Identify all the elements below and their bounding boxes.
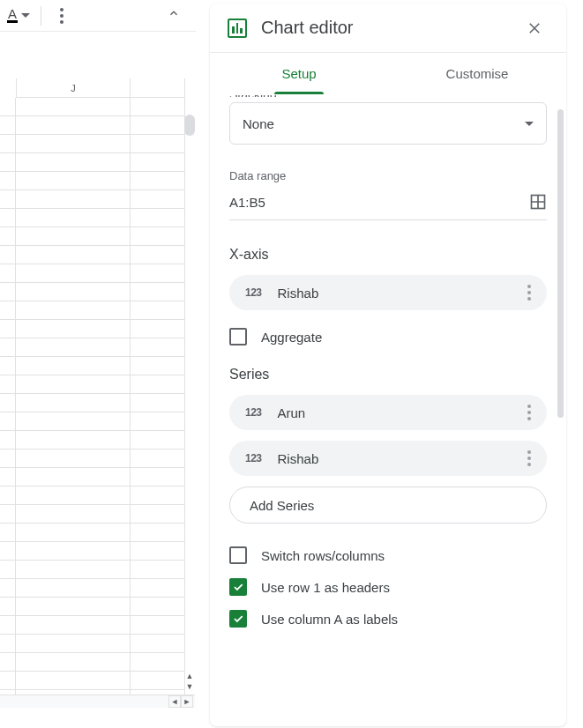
cell[interactable] bbox=[16, 468, 131, 487]
series-chip-0[interactable]: 123 Arun bbox=[229, 395, 547, 430]
cell[interactable] bbox=[16, 246, 131, 264]
cell[interactable] bbox=[0, 394, 16, 412]
cell[interactable] bbox=[131, 468, 185, 487]
cell[interactable] bbox=[16, 635, 131, 653]
cell[interactable] bbox=[131, 116, 185, 135]
cell[interactable] bbox=[0, 116, 16, 135]
data-range-input[interactable] bbox=[229, 195, 529, 210]
cell[interactable] bbox=[131, 542, 185, 561]
cell[interactable] bbox=[16, 301, 131, 320]
cell[interactable] bbox=[16, 672, 131, 690]
select-range-button[interactable] bbox=[529, 193, 547, 211]
cell[interactable] bbox=[0, 135, 16, 153]
cell[interactable] bbox=[0, 449, 16, 468]
tab-customise[interactable]: Customise bbox=[388, 53, 566, 94]
cell[interactable] bbox=[131, 246, 185, 264]
cell[interactable] bbox=[16, 524, 131, 542]
cell[interactable] bbox=[16, 449, 131, 468]
cell[interactable] bbox=[131, 375, 185, 394]
cell[interactable] bbox=[131, 320, 185, 338]
cell[interactable] bbox=[0, 227, 16, 246]
cell[interactable] bbox=[131, 135, 185, 153]
cell[interactable] bbox=[16, 98, 131, 116]
cell[interactable] bbox=[0, 616, 16, 635]
collapse-toolbar-button[interactable] bbox=[168, 7, 180, 23]
cell[interactable] bbox=[16, 357, 131, 375]
cell[interactable] bbox=[16, 431, 131, 449]
cell[interactable] bbox=[131, 449, 185, 468]
scroll-right-button[interactable]: ► bbox=[181, 695, 193, 708]
cell[interactable] bbox=[0, 672, 16, 690]
cell[interactable] bbox=[0, 653, 16, 672]
cell[interactable] bbox=[0, 153, 16, 172]
cell[interactable] bbox=[16, 338, 131, 357]
series-chip-0-menu[interactable] bbox=[520, 405, 538, 420]
cell[interactable] bbox=[131, 431, 185, 449]
stacking-select[interactable]: None bbox=[229, 102, 547, 145]
xaxis-chip-menu[interactable] bbox=[520, 285, 538, 301]
cell[interactable] bbox=[0, 172, 16, 190]
col-header-k[interactable] bbox=[131, 78, 185, 98]
cell[interactable] bbox=[131, 227, 185, 246]
aggregate-checkbox[interactable] bbox=[229, 328, 247, 345]
aggregate-checkbox-row[interactable]: Aggregate bbox=[229, 328, 547, 345]
cell[interactable] bbox=[131, 153, 185, 172]
cell[interactable] bbox=[0, 487, 16, 505]
cell[interactable] bbox=[131, 357, 185, 375]
cell[interactable] bbox=[131, 635, 185, 653]
cell[interactable] bbox=[131, 505, 185, 524]
cell[interactable] bbox=[16, 172, 131, 190]
cell[interactable] bbox=[131, 561, 185, 579]
switch-rows-cols-checkbox[interactable] bbox=[229, 546, 247, 564]
cell[interactable] bbox=[131, 98, 185, 116]
cell[interactable] bbox=[0, 375, 16, 394]
cell[interactable] bbox=[131, 172, 185, 190]
vertical-scrollbar[interactable] bbox=[184, 115, 195, 136]
series-chip-1[interactable]: 123 Rishab bbox=[229, 441, 547, 476]
series-chip-1-menu[interactable] bbox=[520, 450, 538, 466]
add-series-button[interactable]: Add Series bbox=[229, 487, 547, 524]
cell[interactable] bbox=[0, 246, 16, 264]
cell[interactable] bbox=[0, 283, 16, 301]
cell[interactable] bbox=[16, 394, 131, 412]
cell[interactable] bbox=[0, 598, 16, 616]
cell[interactable] bbox=[0, 468, 16, 487]
cell[interactable] bbox=[16, 616, 131, 635]
cell[interactable] bbox=[131, 412, 185, 431]
cell[interactable] bbox=[16, 153, 131, 172]
cell[interactable] bbox=[0, 301, 16, 320]
cell[interactable] bbox=[16, 505, 131, 524]
cell[interactable] bbox=[0, 505, 16, 524]
cell[interactable] bbox=[16, 579, 131, 598]
cell[interactable] bbox=[16, 209, 131, 227]
col-a-labels-checkbox[interactable] bbox=[229, 610, 247, 628]
cell[interactable] bbox=[131, 616, 185, 635]
col-a-labels-row[interactable]: Use column A as labels bbox=[229, 610, 547, 628]
cell[interactable] bbox=[0, 320, 16, 338]
cell[interactable] bbox=[16, 190, 131, 209]
cell[interactable] bbox=[131, 579, 185, 598]
cell[interactable] bbox=[16, 542, 131, 561]
xaxis-chip[interactable]: 123 Rishab bbox=[229, 275, 547, 310]
cell[interactable] bbox=[0, 542, 16, 561]
cell[interactable] bbox=[131, 209, 185, 227]
close-button[interactable] bbox=[520, 14, 549, 42]
col-header-j[interactable]: J bbox=[16, 78, 131, 98]
cell[interactable] bbox=[16, 227, 131, 246]
cell[interactable] bbox=[131, 598, 185, 616]
cell[interactable] bbox=[0, 264, 16, 283]
cell[interactable] bbox=[0, 209, 16, 227]
cell[interactable] bbox=[16, 412, 131, 431]
scroll-up-button[interactable]: ▲ bbox=[186, 672, 194, 682]
spreadsheet-grid[interactable]: J bbox=[0, 78, 185, 708]
cell[interactable] bbox=[131, 487, 185, 505]
tab-setup[interactable]: Setup bbox=[210, 53, 388, 94]
scroll-down-button[interactable]: ▼ bbox=[186, 682, 194, 693]
more-options-button[interactable] bbox=[50, 4, 73, 27]
cell[interactable] bbox=[131, 672, 185, 690]
row1-headers-row[interactable]: Use row 1 as headers bbox=[229, 578, 547, 596]
cell[interactable] bbox=[131, 301, 185, 320]
cell[interactable] bbox=[131, 283, 185, 301]
cell[interactable] bbox=[16, 320, 131, 338]
cell[interactable] bbox=[16, 653, 131, 672]
